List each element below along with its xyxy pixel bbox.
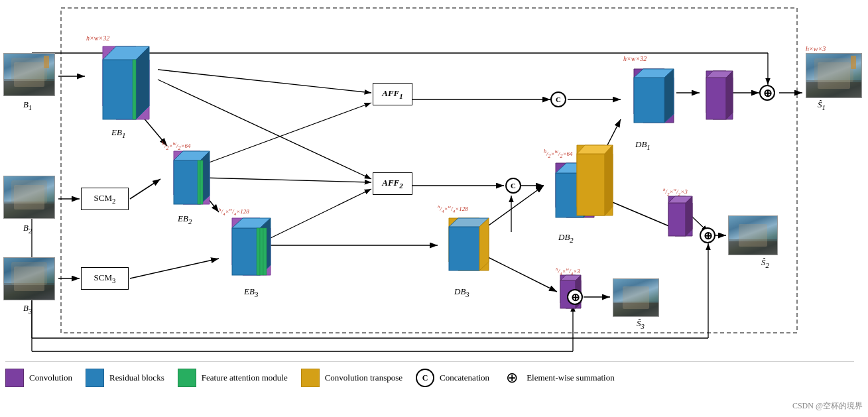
svg-rect-49 xyxy=(200,160,203,204)
svg-rect-45 xyxy=(174,160,200,204)
dim-eb3: h/4×w/4×128 xyxy=(219,207,249,217)
aff2-box: AFF2 xyxy=(373,172,412,195)
s2-label: Ŝ2 xyxy=(761,257,769,269)
svg-rect-56 xyxy=(263,228,267,275)
conv-transpose-label: Convolution transpose xyxy=(325,373,403,383)
plus-circle-3: ⊕ xyxy=(567,289,583,305)
scm2-label: SCM2 xyxy=(94,193,116,205)
plus-circle-1: ⊕ xyxy=(759,85,775,101)
convolution-color xyxy=(5,369,24,387)
legend-summation: ⊕ Element-wise summation xyxy=(503,369,615,387)
aff1-label: AFF1 xyxy=(382,88,403,100)
plus-circle-2: ⊕ xyxy=(700,227,715,243)
svg-rect-51 xyxy=(232,228,260,275)
dim-db1: h×w×32 xyxy=(623,55,647,62)
svg-marker-60 xyxy=(664,69,674,123)
legend-section: Convolution Residual blocks Feature atte… xyxy=(5,361,854,387)
summation-symbol: ⊕ xyxy=(503,369,521,387)
dim-s2: h/2×w/2×3 xyxy=(663,187,688,197)
scm3-box: SCM3 xyxy=(81,267,129,290)
conv-transpose-color xyxy=(301,369,320,387)
s1-label: Ŝ1 xyxy=(818,99,826,111)
svg-rect-58 xyxy=(634,78,664,123)
svg-rect-78 xyxy=(668,203,686,236)
svg-rect-54 xyxy=(257,228,260,275)
s3-label: Ŝ3 xyxy=(637,318,645,330)
scm3-label: SCM3 xyxy=(94,272,116,284)
scm2-box: SCM2 xyxy=(81,188,129,210)
dim-s1: h×w×3 xyxy=(806,45,826,52)
svg-line-7 xyxy=(130,179,160,199)
attention-color xyxy=(178,369,196,387)
residual-color xyxy=(86,369,104,387)
svg-line-13 xyxy=(269,189,371,239)
legend-concat: C Concatenation xyxy=(416,369,489,387)
dim-eb1: h×w×32 xyxy=(86,34,109,42)
concat-label: Concatenation xyxy=(440,373,489,383)
svg-marker-68 xyxy=(479,218,489,270)
db2-yellow-block xyxy=(570,139,617,225)
svg-rect-74 xyxy=(706,78,726,119)
db3-label: DB3 xyxy=(454,286,469,298)
s3-image xyxy=(613,278,659,317)
svg-rect-43 xyxy=(133,60,136,119)
b1-image xyxy=(3,53,55,96)
concat-symbol: C xyxy=(416,369,434,387)
b3-image xyxy=(3,257,55,300)
convolution-label: Convolution xyxy=(29,373,72,383)
svg-rect-66 xyxy=(449,227,479,270)
eb2-block xyxy=(162,146,215,212)
db1-block xyxy=(621,63,680,139)
svg-rect-70 xyxy=(577,154,605,215)
dim-db3: h/4×w/4×128 xyxy=(438,204,468,214)
dim-db2: h/2×w/2×64 xyxy=(544,149,573,159)
dim-eb2: h/2×w/2×64 xyxy=(162,141,191,151)
svg-marker-76 xyxy=(726,71,733,119)
residual-label: Residual blocks xyxy=(109,373,164,383)
db3-block xyxy=(436,212,495,285)
svg-marker-42 xyxy=(136,46,149,119)
aff2-label: AFF2 xyxy=(382,178,403,190)
legend-convolution: Convolution xyxy=(5,369,72,387)
legend-attention: Feature attention module xyxy=(178,369,288,387)
db2-purple-out xyxy=(663,192,695,244)
b2-label: B2 xyxy=(23,223,32,235)
b1-label: B1 xyxy=(23,99,32,111)
summation-label: Element-wise summation xyxy=(527,373,615,383)
svg-rect-40 xyxy=(103,60,136,119)
eb2-label: EB2 xyxy=(178,213,192,225)
concat-circle-2: C xyxy=(505,178,521,194)
svg-rect-55 xyxy=(260,228,263,275)
aff1-box: AFF1 xyxy=(373,83,412,105)
eb3-label: EB3 xyxy=(244,286,258,298)
concat-circle-1: C xyxy=(550,91,566,107)
dim-s3: h/4×w/4×3 xyxy=(556,267,580,276)
b2-image xyxy=(3,176,55,219)
db1-purple-out xyxy=(700,66,736,129)
s2-image xyxy=(728,215,778,255)
attention-label: Feature attention module xyxy=(202,373,288,383)
db2-label: DB2 xyxy=(558,232,574,244)
main-container: SCM2 SCM3 AFF1 AFF2 C C ⊕ ⊕ ⊕ B1 B2 B3 E… xyxy=(0,0,868,417)
s1-image xyxy=(806,53,862,98)
db1-label: DB1 xyxy=(635,139,651,151)
legend-residual: Residual blocks xyxy=(86,369,164,387)
eb1-block xyxy=(86,40,159,126)
svg-rect-48 xyxy=(198,160,200,204)
svg-line-11 xyxy=(200,103,371,166)
b3-label: B3 xyxy=(23,303,32,315)
watermark: CSDN @空杯的境界 xyxy=(792,400,863,412)
eb1-label: EB1 xyxy=(111,127,125,139)
svg-marker-80 xyxy=(686,196,692,236)
eb3-block xyxy=(219,212,275,285)
svg-line-9 xyxy=(130,259,219,278)
svg-marker-72 xyxy=(605,145,613,215)
svg-line-12 xyxy=(200,178,371,182)
legend-conv-transpose: Convolution transpose xyxy=(301,369,403,387)
svg-line-10 xyxy=(158,70,371,93)
